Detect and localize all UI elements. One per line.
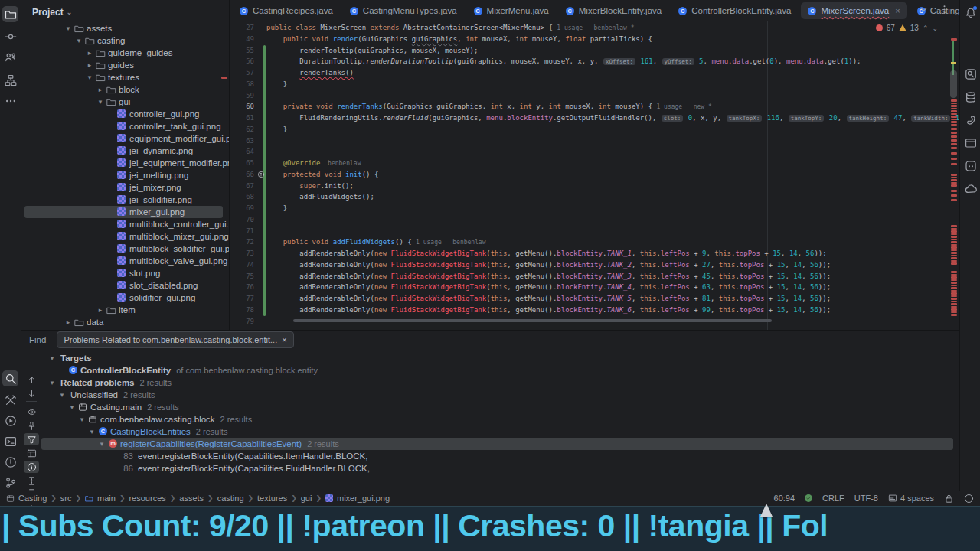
breadcrumb-item[interactable]: gui — [301, 494, 312, 503]
project-tree-item-equipment_modifier_gui.png[interactable]: equipment_modifier_gui.png — [21, 132, 229, 145]
code-editor[interactable]: 2749555657585960616263646566676869707172… — [230, 21, 959, 330]
find-result-row[interactable]: ▾Related problems2 results — [41, 377, 953, 389]
find-arrow-up-button[interactable] — [24, 373, 39, 386]
find-result-row[interactable]: ▾mregisterCapabilities(RegisterCapabilit… — [41, 438, 953, 450]
chevron-down-icon[interactable]: ▾ — [78, 413, 86, 425]
project-tree-item-guides[interactable]: ▸guides — [21, 59, 229, 71]
chevron-right-icon[interactable]: ▸ — [96, 83, 104, 96]
read-write-lock-icon[interactable] — [944, 494, 954, 504]
tab-options-icon[interactable] — [939, 4, 950, 15]
tab-list-dropdown-icon[interactable] — [918, 4, 929, 15]
project-tree-item-mixer_gui.png[interactable]: mixer_gui.png — [21, 206, 229, 218]
tool-database-button[interactable] — [962, 89, 978, 105]
project-tree-item-multiblock_controller_gui.png[interactable]: multiblock_controller_gui.png — [21, 218, 229, 230]
project-tree-item-block[interactable]: ▸block — [21, 83, 229, 96]
project-tree-item-multiblock_valve_gui.png[interactable]: multiblock_valve_gui.png — [21, 255, 229, 267]
chevron-down-icon[interactable]: ▾ — [68, 401, 76, 413]
chevron-right-icon[interactable]: ▸ — [86, 59, 93, 71]
tab-ControllerBlockEntity-java[interactable]: CControllerBlockEntity.java — [671, 2, 798, 19]
tab-MixerMenu-java[interactable]: CMixerMenu.java — [467, 2, 556, 19]
find-result-row[interactable]: ▾Targets — [41, 352, 953, 364]
tool-commit-button[interactable] — [2, 28, 18, 44]
chevron-down-icon[interactable]: ▾ — [98, 438, 106, 450]
find-result-row[interactable]: 86event.registerBlockEntity(Capabilities… — [41, 462, 953, 474]
project-tree-item-jei_solidifier.png[interactable]: jei_solidifier.png — [21, 194, 229, 206]
indentation-widget[interactable]: 4 spaces — [888, 494, 934, 503]
breadcrumb-item[interactable]: textures — [257, 494, 287, 503]
find-window-button[interactable] — [24, 447, 39, 459]
find-result-row[interactable]: ▾com.benbenlaw.casting.block2 results — [41, 413, 953, 425]
project-tree-item-jei_dynamic.png[interactable]: jei_dynamic.png — [21, 145, 229, 157]
chevron-down-icon[interactable]: ▾ — [96, 96, 104, 108]
project-tree-item-slot.png[interactable]: slot.png — [21, 267, 229, 279]
find-info-button[interactable] — [24, 461, 39, 473]
tool-search-button[interactable] — [2, 370, 18, 386]
breadcrumb-item[interactable]: Casting — [18, 494, 47, 503]
line-separator-widget[interactable]: CRLF — [822, 494, 844, 503]
tool-version-control-button[interactable] — [2, 474, 18, 491]
chevron-right-icon[interactable]: ▸ — [96, 304, 104, 316]
project-tree-item-textures[interactable]: ▾textures — [21, 71, 229, 83]
find-filter-button[interactable] — [24, 433, 39, 445]
tab-MixerBlockEntity-java[interactable]: CMixerBlockEntity.java — [559, 2, 668, 19]
tool-run-button[interactable] — [2, 412, 18, 429]
find-result-row[interactable]: ▾CCastingBlockEntities2 results — [41, 425, 953, 438]
breadcrumb-item[interactable]: main — [97, 494, 116, 503]
project-tree-item-item[interactable]: ▸item — [21, 304, 229, 316]
project-tree-item-guideme_guides[interactable]: ▸guideme_guides — [21, 47, 229, 59]
project-tree-item-casting[interactable]: ▾casting — [21, 34, 229, 47]
project-tree-item-jei_melting.png[interactable]: jei_melting.png — [21, 169, 229, 181]
project-tree-item-jei_equipment_modifier.png[interactable]: jei_equipment_modifier.png — [21, 157, 229, 169]
error-stripe[interactable] — [950, 21, 958, 330]
close-tab-icon[interactable]: × — [895, 6, 900, 15]
project-tree-item-solidifier_gui.png[interactable]: solidifier_gui.png — [21, 292, 229, 304]
project-tree-item-data[interactable]: ▸data — [21, 316, 229, 328]
inspections-widget[interactable]: 67 13 ⌃ ⌄ — [876, 24, 938, 32]
project-tree-item-assets[interactable]: ▾assets — [21, 22, 229, 34]
chevron-down-icon[interactable]: ▾ — [48, 377, 56, 389]
chevron-down-icon[interactable]: ▾ — [64, 22, 72, 34]
tool-ai-assistant-button[interactable] — [962, 158, 978, 174]
breadcrumb-item[interactable]: mixer_gui.png — [337, 494, 390, 503]
chevron-right-icon[interactable]: ▸ — [64, 316, 72, 328]
tool-device-frame-button[interactable] — [962, 135, 978, 151]
project-tree-item-controller_tank_gui.png[interactable]: controller_tank_gui.png — [21, 120, 229, 132]
breadcrumb-item[interactable]: resources — [129, 494, 165, 503]
find-eye-button[interactable] — [24, 406, 39, 418]
find-results-tab[interactable]: Problems Related to com.benbenlaw.castin… — [57, 331, 293, 348]
project-tree-item-multiblock_mixer_gui.png[interactable]: multiblock_mixer_gui.png — [21, 230, 229, 243]
find-arrow-down-button[interactable] — [24, 387, 39, 399]
find-expand-all-button[interactable] — [24, 474, 39, 487]
tool-search-everywhere-button[interactable] — [962, 66, 978, 82]
next-problem-icon[interactable]: ⌄ — [932, 24, 938, 32]
find-result-row[interactable]: 83event.registerBlockEntity(Capabilities… — [41, 450, 953, 462]
tool-cloud-sync-button[interactable] — [962, 181, 978, 197]
project-tree-item-controller_gui.png[interactable]: controller_gui.png — [21, 108, 229, 120]
breadcrumb-item[interactable]: src — [60, 494, 72, 503]
tool-pull-requests-button[interactable] — [2, 49, 18, 65]
tool-structure-button[interactable] — [2, 72, 18, 88]
project-tree-item-jei_mixer.png[interactable]: jei_mixer.png — [21, 181, 229, 194]
caret-position-widget[interactable]: 60:94 — [774, 494, 795, 503]
project-panel-header[interactable]: Project ⌄ — [32, 5, 72, 20]
chevron-right-icon[interactable]: ▸ — [86, 47, 93, 59]
tab-MixerScreen-java[interactable]: CMixerScreen.java× — [801, 2, 906, 19]
tab-CastingMenuTypes-java[interactable]: CCastingMenuTypes.java — [343, 2, 464, 19]
close-icon[interactable]: × — [282, 335, 286, 344]
tab-CastingRecipes-java[interactable]: CCastingRecipes.java — [233, 2, 340, 19]
chevron-down-icon[interactable]: ▾ — [75, 34, 83, 47]
chevron-down-icon[interactable]: ▾ — [48, 352, 56, 364]
tool-problems-button[interactable] — [2, 454, 18, 470]
project-tree-item-slot_disabled.png[interactable]: slot_disabled.png — [21, 279, 229, 292]
chevron-down-icon[interactable]: ▾ — [86, 71, 93, 83]
project-tree-item-multiblock_solidifier_gui.png[interactable]: multiblock_solidifier_gui.png — [21, 243, 229, 255]
project-tree-item-gui[interactable]: ▾gui — [21, 96, 229, 108]
chevron-down-icon[interactable]: ▾ — [88, 425, 96, 438]
tool-build-button[interactable] — [2, 392, 18, 408]
tool-gradle-button[interactable] — [962, 112, 978, 128]
file-encoding-widget[interactable]: UTF-8 — [854, 494, 878, 503]
find-result-row[interactable]: CControllerBlockEntityof com.benbenlaw.c… — [41, 364, 953, 377]
editor-horizontal-scrollbar[interactable] — [293, 319, 772, 322]
breadcrumb-item[interactable]: assets — [179, 494, 204, 503]
breadcrumb-item[interactable]: casting — [217, 494, 244, 503]
